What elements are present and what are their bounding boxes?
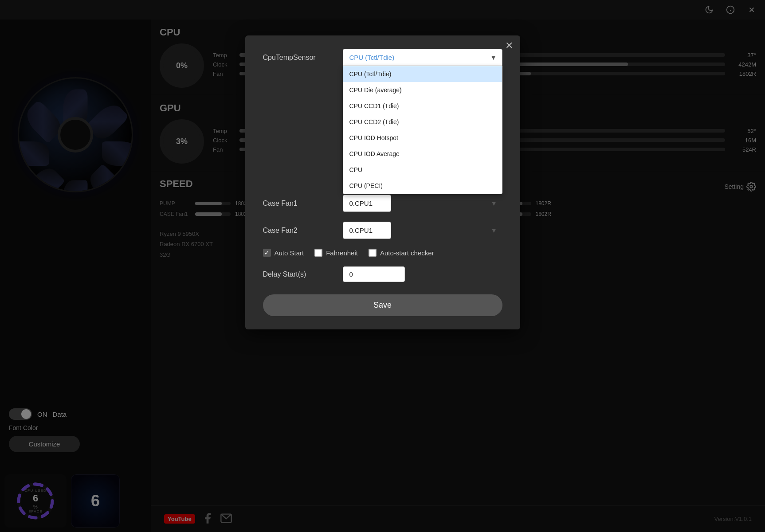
modal-overlay: ✕ CpuTempSensor CPU (Tctl/Tdie) ▼ CPU (T… <box>0 0 765 532</box>
auto-start-checkbox[interactable]: ✓ Auto Start <box>263 249 304 257</box>
dropdown-option-6[interactable]: CPU <box>343 162 502 178</box>
dropdown-option-1[interactable]: CPU Die (average) <box>343 82 502 98</box>
case-fan2-select[interactable]: 0.CPU1 <box>343 222 391 239</box>
case-fan2-arrow-icon: ▼ <box>491 227 497 234</box>
dropdown-option-3[interactable]: CPU CCD2 (Tdie) <box>343 114 502 130</box>
cpu-temp-sensor-list: CPU (Tctl/Tdie) CPU Die (average) CPU CC… <box>343 66 502 194</box>
cpu-temp-sensor-row: CpuTempSensor CPU (Tctl/Tdie) ▼ CPU (Tct… <box>263 49 502 66</box>
delay-start-input[interactable] <box>343 266 405 282</box>
dropdown-option-2[interactable]: CPU CCD1 (Tdie) <box>343 98 502 114</box>
dropdown-option-5[interactable]: CPU IOD Average <box>343 146 502 162</box>
case-fan1-row: Case Fan1 0.CPU1 ▼ <box>263 195 502 212</box>
fahrenheit-checkbox[interactable]: Fahrenheit <box>314 249 358 257</box>
case-fan1-select[interactable]: 0.CPU1 <box>343 195 391 212</box>
cpu-temp-sensor-header[interactable]: CPU (Tctl/Tdie) ▼ <box>343 49 502 66</box>
cpu-temp-sensor-label: CpuTempSensor <box>263 54 343 62</box>
auto-start-checker-checkbox[interactable]: Auto-start checker <box>369 249 434 257</box>
auto-start-checkbox-box: ✓ <box>263 249 271 257</box>
settings-modal: ✕ CpuTempSensor CPU (Tctl/Tdie) ▼ CPU (T… <box>245 35 520 329</box>
auto-start-checker-box <box>369 249 377 257</box>
save-button[interactable]: Save <box>263 294 502 316</box>
modal-close-button[interactable]: ✕ <box>505 41 513 51</box>
case-fan2-row: Case Fan2 0.CPU1 ▼ <box>263 222 502 239</box>
case-fan1-field-label: Case Fan1 <box>263 200 343 207</box>
auto-start-label: Auto Start <box>275 249 304 257</box>
case-fan1-arrow-icon: ▼ <box>491 200 497 207</box>
dropdown-option-7[interactable]: CPU (PECI) <box>343 178 502 194</box>
fahrenheit-checkbox-box <box>314 249 322 257</box>
dropdown-option-4[interactable]: CPU IOD Hotspot <box>343 130 502 146</box>
case-fan2-select-wrapper[interactable]: 0.CPU1 ▼ <box>343 222 502 239</box>
auto-start-checker-label: Auto-start checker <box>380 249 434 257</box>
cpu-temp-sensor-arrow-icon: ▼ <box>490 54 497 61</box>
case-fan1-select-wrapper[interactable]: 0.CPU1 ▼ <box>343 195 502 212</box>
case-fan2-field-label: Case Fan2 <box>263 227 343 235</box>
delay-start-row: Delay Start(s) <box>263 266 502 282</box>
checkbox-row: ✓ Auto Start Fahrenheit Auto-start check… <box>263 249 502 257</box>
cpu-temp-sensor-value: CPU (Tctl/Tdie) <box>349 54 395 61</box>
dropdown-option-0[interactable]: CPU (Tctl/Tdie) <box>343 66 502 82</box>
cpu-temp-sensor-dropdown[interactable]: CPU (Tctl/Tdie) ▼ CPU (Tctl/Tdie) CPU Di… <box>343 49 502 66</box>
fahrenheit-label: Fahrenheit <box>326 249 358 257</box>
delay-start-label: Delay Start(s) <box>263 270 343 278</box>
